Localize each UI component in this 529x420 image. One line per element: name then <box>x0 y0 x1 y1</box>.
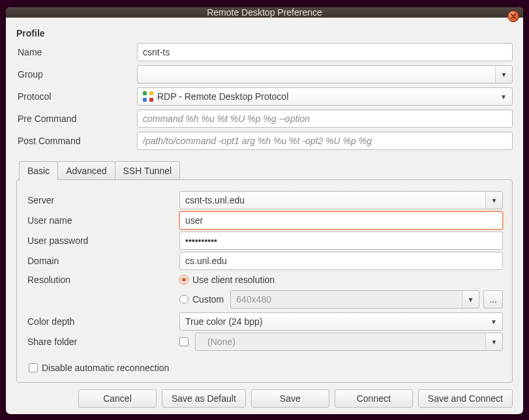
content: Profile Name Group ▼ Protocol RDP - Remo… <box>6 18 523 414</box>
chevron-down-icon: ▼ <box>501 71 507 78</box>
chevron-down-icon: ▼ <box>500 93 507 100</box>
window: Remote Desktop Preference Profile Name G… <box>6 7 523 414</box>
protocol-label: Protocol <box>16 91 137 102</box>
username-input[interactable] <box>179 211 503 230</box>
profile-heading: Profile <box>16 28 513 38</box>
save-and-connect-button[interactable]: Save and Connect <box>418 389 513 408</box>
postcommand-label: Post Command <box>16 136 137 146</box>
resolution-custom-combo[interactable]: 640x480 ▼ <box>230 290 479 308</box>
chevron-down-icon: ▼ <box>491 338 498 346</box>
colordepth-label: Color depth <box>26 316 179 327</box>
resolution-custom-radio[interactable] <box>179 295 189 304</box>
resolution-more-button[interactable]: ... <box>483 290 503 308</box>
sharefolder-checkbox[interactable] <box>179 337 189 346</box>
protocol-value: RDP - Remote Desktop Protocol <box>157 91 288 102</box>
server-value: csnt-ts.unl.edu <box>185 195 245 205</box>
sharefolder-value: (None) <box>201 337 235 347</box>
sharefolder-label: Share folder <box>26 337 179 347</box>
tabpanel-basic: Server csnt-ts.unl.edu ▼ User name User … <box>16 179 513 383</box>
close-icon <box>510 13 517 20</box>
button-row: Cancel Save as Default Save Connect Save… <box>16 389 513 408</box>
resolution-client-label: Use client resolution <box>192 275 275 285</box>
group-label: Group <box>16 69 137 80</box>
password-input[interactable] <box>179 232 503 250</box>
colordepth-value: True color (24 bpp) <box>185 316 263 327</box>
postcommand-input[interactable] <box>137 132 513 150</box>
tabs: Basic Advanced SSH Tunnel <box>16 161 513 180</box>
window-title: Remote Desktop Preference <box>207 7 322 18</box>
sharefolder-combo[interactable]: (None) ▼ <box>195 333 503 351</box>
ellipsis-icon: ... <box>489 294 497 305</box>
rdp-icon <box>143 91 153 102</box>
chevron-down-icon: ▼ <box>468 296 474 303</box>
colordepth-combo[interactable]: True color (24 bpp) ▼ <box>179 312 503 331</box>
close-button[interactable] <box>507 10 519 22</box>
server-combo[interactable]: csnt-ts.unl.edu ▼ <box>179 191 503 209</box>
resolution-custom-label: Custom <box>192 294 224 305</box>
username-label: User name <box>26 215 179 226</box>
chevron-down-icon: ▼ <box>491 318 497 325</box>
domain-input[interactable] <box>179 252 503 270</box>
tab-advanced[interactable]: Advanced <box>57 161 115 180</box>
name-label: Name <box>16 47 137 57</box>
chevron-down-icon: ▼ <box>491 197 498 204</box>
precommand-label: Pre Command <box>16 113 137 124</box>
connect-button[interactable]: Connect <box>335 389 413 408</box>
cancel-button[interactable]: Cancel <box>78 389 157 408</box>
resolution-client-radio[interactable] <box>179 275 189 284</box>
precommand-input[interactable] <box>137 110 513 128</box>
name-input[interactable] <box>137 43 513 61</box>
resolution-label: Resolution <box>26 272 179 285</box>
save-default-button[interactable]: Save as Default <box>162 389 246 408</box>
save-button[interactable]: Save <box>251 389 329 408</box>
tab-ssh-tunnel[interactable]: SSH Tunnel <box>115 161 181 180</box>
disable-reconnect-checkbox[interactable] <box>29 363 38 372</box>
server-label: Server <box>26 195 179 205</box>
password-label: User password <box>26 235 179 246</box>
resolution-custom-value: 640x480 <box>236 294 271 305</box>
disable-reconnect-label: Disable automatic reconnection <box>42 363 169 373</box>
group-combo[interactable]: ▼ <box>137 65 513 83</box>
protocol-combo[interactable]: RDP - Remote Desktop Protocol ▼ <box>137 87 513 106</box>
domain-label: Domain <box>26 256 179 266</box>
titlebar: Remote Desktop Preference <box>6 7 523 18</box>
tab-basic[interactable]: Basic <box>19 161 58 180</box>
